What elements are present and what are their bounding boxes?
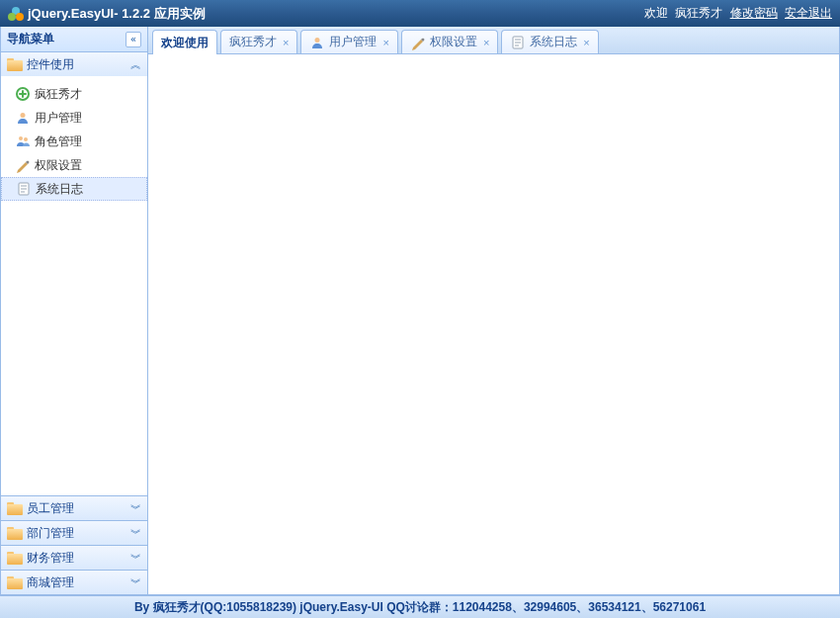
close-icon[interactable]: × (483, 37, 489, 48)
sidebar-item-label: 角色管理 (35, 133, 82, 150)
add-icon (15, 86, 31, 102)
accordion-panel-employee: 员工管理 ︾ (1, 496, 147, 521)
accordion-title: 财务管理 (27, 550, 74, 567)
accordion-header-mall[interactable]: 商城管理 ︾ (1, 571, 147, 594)
header-links: 欢迎 疯狂秀才 修改密码 安全退出 (640, 5, 832, 22)
chevron-down-icon: ︾ (130, 501, 141, 516)
sidebar-title: 导航菜单 (7, 31, 54, 47)
app-title: jQuery.EasyUI- 1.2.2 应用实例 (28, 5, 206, 23)
close-icon[interactable]: × (283, 37, 289, 48)
tab-showcase[interactable]: 疯狂秀才 × (220, 30, 297, 53)
wrench-icon (410, 35, 426, 50)
logo-icon (8, 6, 24, 22)
username-text: 疯狂秀才 (675, 6, 722, 20)
user-icon (15, 110, 31, 126)
footer-text: By 疯狂秀才(QQ:1055818239) jQuery.Easy-UI QQ… (134, 599, 706, 616)
chevron-down-icon: ︾ (130, 551, 141, 566)
folder-icon (7, 58, 23, 71)
accordion-panel-mall: 商城管理 ︾ (1, 571, 147, 594)
tab-label: 系统日志 (530, 34, 577, 50)
sidebar-item-label: 疯狂秀才 (35, 86, 82, 103)
main-region: 欢迎使用 疯狂秀才 × 用户管理 × 权限设置 × 系统日志 × (148, 27, 840, 595)
sidebar-item-label: 系统日志 (36, 181, 83, 198)
chevron-down-icon: ︾ (130, 575, 141, 590)
sidebar-item-syslog[interactable]: 系统日志 (1, 177, 147, 201)
change-password-link[interactable]: 修改密码 (730, 6, 778, 20)
folder-icon (7, 527, 23, 540)
tab-label: 用户管理 (329, 34, 377, 50)
sidebar-item-label: 用户管理 (35, 110, 82, 127)
accordion-title: 商城管理 (27, 574, 74, 591)
role-icon (15, 133, 31, 149)
sidebar-item-label: 权限设置 (35, 157, 82, 174)
close-icon[interactable]: × (583, 37, 589, 48)
tab-welcome[interactable]: 欢迎使用 (152, 30, 217, 54)
sidebar: 导航菜单 « 控件使用 ︽ 疯狂秀才 用户管理 (0, 27, 148, 595)
tab-content (148, 54, 839, 594)
chevron-up-icon: ︽ (130, 57, 141, 72)
accordion-panel-department: 部门管理 ︾ (1, 521, 147, 546)
logout-link[interactable]: 安全退出 (785, 6, 832, 20)
tab-label: 权限设置 (430, 34, 477, 50)
tab-strip: 欢迎使用 疯狂秀才 × 用户管理 × 权限设置 × 系统日志 × (148, 27, 839, 54)
accordion-body: 疯狂秀才 用户管理 角色管理 权限设置 系统日志 (1, 76, 147, 495)
folder-icon (7, 552, 23, 565)
close-icon[interactable]: × (382, 37, 388, 48)
accordion-header-finance[interactable]: 财务管理 ︾ (1, 546, 147, 570)
chevron-down-icon: ︾ (130, 526, 141, 541)
sidebar-collapse-button[interactable]: « (126, 32, 141, 47)
tab-permissions[interactable]: 权限设置 × (401, 30, 498, 53)
sidebar-item-permissions[interactable]: 权限设置 (1, 153, 147, 177)
accordion-title: 部门管理 (27, 525, 74, 542)
sidebar-item-roles[interactable]: 角色管理 (1, 130, 147, 153)
app-header: jQuery.EasyUI- 1.2.2 应用实例 欢迎 疯狂秀才 修改密码 安… (0, 0, 840, 27)
folder-icon (7, 576, 23, 589)
accordion-header-department[interactable]: 部门管理 ︾ (1, 521, 147, 545)
wrench-icon (15, 157, 31, 173)
tab-syslog[interactable]: 系统日志 × (501, 30, 598, 53)
document-icon (16, 181, 32, 197)
accordion-panel-controls: 控件使用 ︽ 疯狂秀才 用户管理 角色管理 (1, 52, 147, 496)
accordion-title: 员工管理 (27, 500, 74, 517)
accordion-title: 控件使用 (27, 56, 74, 73)
accordion-header-controls[interactable]: 控件使用 ︽ (1, 52, 147, 76)
tab-label: 欢迎使用 (161, 35, 209, 51)
folder-icon (7, 502, 23, 515)
sidebar-item-users[interactable]: 用户管理 (1, 106, 147, 130)
app-title-wrap: jQuery.EasyUI- 1.2.2 应用实例 (8, 5, 206, 23)
welcome-text: 欢迎 (644, 6, 668, 20)
accordion-panel-finance: 财务管理 ︾ (1, 546, 147, 571)
tab-users[interactable]: 用户管理 × (300, 30, 397, 53)
tab-label: 疯狂秀才 (229, 34, 277, 50)
accordion-header-employee[interactable]: 员工管理 ︾ (1, 496, 147, 520)
footer: By 疯狂秀才(QQ:1055818239) jQuery.Easy-UI QQ… (0, 595, 840, 618)
user-icon (309, 35, 325, 50)
document-icon (510, 35, 526, 50)
sidebar-header: 导航菜单 « (1, 27, 147, 52)
sidebar-item-showcase[interactable]: 疯狂秀才 (1, 82, 147, 106)
